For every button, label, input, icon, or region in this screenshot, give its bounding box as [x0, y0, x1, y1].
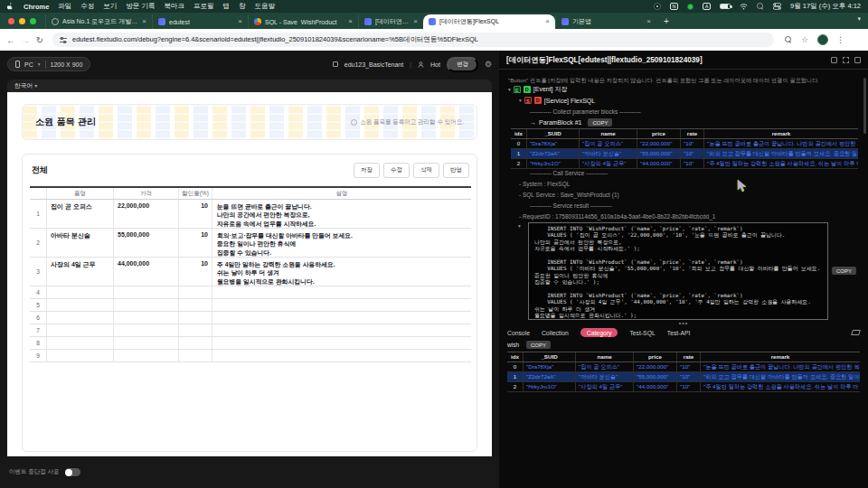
result-row[interactable]: 2 "HrkyJro1O" "사장의 4일 근무" "44,000,000" "…	[507, 382, 860, 392]
apple-icon[interactable]	[7, 3, 14, 11]
search-icon[interactable]	[785, 36, 792, 43]
menubar-item-tab[interactable]: 탭	[222, 2, 230, 11]
tab-collection[interactable]: Collection	[542, 330, 569, 336]
copy-sql-button[interactable]: COPY	[832, 267, 856, 275]
close-tab-icon[interactable]: ×	[646, 18, 651, 25]
delete-button[interactable]: 삭제	[413, 163, 439, 178]
tree-event-node[interactable]: ▾ E D [Event] 저장	[508, 85, 568, 94]
param-row[interactable]: 2 "HrkyJro1O" "사장의 4일 근무" "44,000,000" "…	[511, 159, 858, 169]
result-row-selected[interactable]: 1 "Z2dz72aA" "아바타 분신술" "55,000,000" "10"…	[507, 372, 860, 382]
cell-desc[interactable]: 눈을 뜨면 곧바로 출근이 끝납니다. 나만의 공간에서 편안한 복장으로, 자…	[212, 200, 471, 228]
cell-name[interactable]: 집이 곧 오피스	[47, 200, 114, 228]
new-tab-button[interactable]: +	[656, 14, 676, 29]
edit-button[interactable]: 수정	[383, 163, 410, 178]
param-row-selected[interactable]: 1 "Z2dz72aA" "아바타 분신술" "55,000,000" "10"…	[511, 149, 858, 159]
menubar-item-history[interactable]: 방문 기록	[126, 2, 155, 11]
back-button[interactable]: ←	[4, 35, 18, 45]
close-tab-icon[interactable]: ×	[413, 18, 418, 25]
spotlight-icon[interactable]	[757, 3, 764, 10]
input-source-icon[interactable]: A	[703, 3, 711, 10]
tab-search-chevron-icon[interactable]: ▾	[857, 15, 861, 23]
tab-test-api[interactable]: Test-API	[667, 330, 691, 336]
menubar-item-help[interactable]: 도움말	[254, 2, 275, 11]
sql-code-block[interactable]: INSERT INTO `WishProduct` (`name`, `pric…	[528, 222, 828, 320]
profile-avatar[interactable]	[817, 34, 828, 45]
menubar-item-profiles[interactable]: 프로필	[193, 2, 214, 11]
battery-icon[interactable]	[720, 4, 731, 9]
table-row-empty[interactable]: 5	[30, 299, 471, 312]
close-tab-icon[interactable]: ×	[142, 18, 146, 25]
copy-result-button[interactable]: COPY	[526, 341, 551, 349]
close-window-button[interactable]	[8, 18, 14, 24]
device-size-selector[interactable]: PC ▾ 1200 X 900	[7, 57, 90, 71]
tab-flexsql-active[interactable]: [데이터연동]FlexSQL ×	[423, 14, 555, 29]
clear-icon[interactable]	[851, 330, 861, 335]
save-button[interactable]: 저장	[354, 163, 380, 178]
tree-service-node[interactable]: ▾ S D [Service] FlexSQL	[519, 97, 595, 104]
menubar-item-edit[interactable]: 수정	[80, 2, 94, 11]
close-tab-icon[interactable]: ×	[238, 18, 242, 25]
popout-icon[interactable]	[831, 57, 837, 63]
result-row[interactable]: 0 "Dra78Xja" "집이 곧 오피스" "22,000,000" "10…	[507, 362, 860, 372]
collapse-icon[interactable]: ▾	[519, 98, 522, 103]
tab-category[interactable]: Category	[580, 328, 618, 337]
menubar-item-view[interactable]: 보기	[103, 2, 117, 11]
menubar-item-window[interactable]: 창	[239, 2, 246, 11]
gear-icon[interactable]: ⚙	[485, 60, 492, 69]
cell-price[interactable]: 22,000,000	[114, 200, 179, 228]
change-button[interactable]: 변경	[447, 57, 478, 72]
forward-button[interactable]: →	[18, 35, 33, 45]
cell-rate[interactable]: 10	[179, 200, 212, 228]
table-row-empty[interactable]: 7	[30, 324, 471, 337]
table-row[interactable]: 2 아바타 분신술 55,000,000 10 회의·보고·잡무를 대신할 아바…	[30, 229, 471, 258]
bookmark-star-icon[interactable]: ☆	[801, 35, 808, 44]
table-row[interactable]: 3 사장의 4일 근무 44,000,000 10 주 4일만 일하는 강력한 …	[30, 258, 471, 286]
n-badge-icon[interactable]: N	[670, 3, 678, 10]
menubar-item-bookmarks[interactable]: 북마크	[164, 2, 184, 11]
collapse-icon[interactable]: ▾	[508, 87, 511, 92]
wifi-icon[interactable]	[740, 3, 748, 10]
site-settings-icon[interactable]	[60, 37, 67, 43]
scrollbar[interactable]	[863, 78, 866, 134]
menubar-clock[interactable]: 9월 17일 (수) 오후 4:12	[790, 2, 861, 11]
tab-console[interactable]: Console	[507, 330, 530, 336]
cell-rate[interactable]: 10	[179, 229, 212, 257]
apply-button[interactable]: 반영	[443, 163, 469, 178]
cell-name[interactable]: 아바타 분신술	[47, 229, 114, 257]
tab-test-sql[interactable]: Test-SQL	[629, 330, 655, 336]
menubar-item-chrome[interactable]: Chrome	[24, 3, 49, 11]
close-tab-icon[interactable]: ×	[348, 18, 353, 25]
collapse-icon[interactable]: ▾	[518, 223, 521, 229]
cell-desc[interactable]: 주 4일만 일하는 강력한 소원을 사용하세요. 쉬는 날이 하루 더 생겨 월…	[212, 258, 471, 286]
cell-name[interactable]: 사장의 4일 근무	[47, 258, 114, 286]
table-row[interactable]: 1 집이 곧 오피스 22,000,000 10 눈을 뜨면 곧바로 출근이 끝…	[30, 200, 471, 229]
browser-menu-icon[interactable]: ⋮	[836, 35, 844, 44]
cell-price[interactable]: 55,000,000	[114, 229, 179, 257]
table-row-empty[interactable]: 8	[30, 337, 471, 350]
cell-price[interactable]: 44,000,000	[114, 258, 179, 286]
tab-asia-no1[interactable]: Asia No.1 로우코드 개발 플랫폼 | ×	[45, 14, 152, 29]
status-green-icon[interactable]	[687, 4, 693, 10]
control-center-icon[interactable]	[773, 3, 781, 10]
export-icon[interactable]	[854, 57, 861, 63]
menubar-item-file[interactable]: 파일	[58, 2, 71, 11]
table-row-empty[interactable]: 4	[30, 286, 471, 299]
tab-sql-save-wishproduct[interactable]: SQL - Save_WishProduct ×	[248, 14, 358, 29]
tab-flexsql-1[interactable]: [데이터연동]FlexSQL ×	[358, 14, 423, 29]
splitter-handle[interactable]: •••	[499, 320, 868, 326]
screen-record-icon[interactable]	[654, 3, 661, 10]
table-row-empty[interactable]: 9	[30, 350, 471, 362]
layout-icon[interactable]	[843, 57, 849, 63]
copy-button[interactable]: COPY	[588, 118, 612, 127]
close-tab-icon[interactable]: ×	[545, 18, 550, 25]
reload-button[interactable]: ↻	[33, 35, 47, 45]
cell-rate[interactable]: 10	[179, 258, 212, 286]
table-row-empty[interactable]: 6	[30, 312, 471, 324]
zoom-window-button[interactable]	[30, 18, 36, 24]
address-bar[interactable]: edutest.flextudio.com/debug?engine=6.4&s…	[52, 33, 774, 47]
cell-desc[interactable]: 회의·보고·잡무를 대신할 아바타를 만들어 보세요. 중요한 일이나 편안한 …	[212, 229, 471, 257]
tab-edutest[interactable]: edutest ×	[152, 14, 248, 29]
minimize-window-button[interactable]	[19, 18, 25, 24]
language-select[interactable]: 한국어 ▾	[14, 81, 37, 90]
event-breakpoint-toggle[interactable]	[65, 468, 80, 476]
